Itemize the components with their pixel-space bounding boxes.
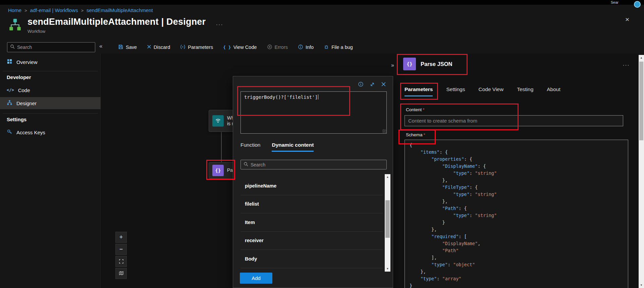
- save-button[interactable]: Save: [118, 44, 137, 51]
- schema-editor[interactable]: { "items": { "properties": { "DisplayNam…: [405, 140, 628, 288]
- sidebar-item-overview[interactable]: Overview: [0, 56, 101, 68]
- panel-tab-settings[interactable]: Settings: [446, 86, 465, 96]
- http-request-icon: [212, 115, 224, 127]
- sidebar-item-designer[interactable]: Designer: [0, 97, 101, 109]
- tab-function[interactable]: Function: [240, 142, 260, 152]
- page-header: sendEmailMultipleAttachment | Designer W…: [8, 17, 223, 34]
- panel-tab-parameters[interactable]: Parameters: [405, 86, 433, 96]
- breadcrumb: Home>adf-email | Workflows>sendEmailMult…: [8, 7, 153, 13]
- add-button[interactable]: Add: [240, 273, 272, 284]
- schema-line: },: [410, 177, 628, 184]
- dynamic-content-item[interactable]: Body: [240, 250, 383, 268]
- dynamic-content-item[interactable]: Item: [240, 213, 383, 232]
- node-connector-line: [221, 132, 222, 162]
- breadcrumb-separator: >: [24, 8, 27, 13]
- dynamic-content-item[interactable]: receiver: [240, 232, 383, 250]
- dialog-scrollbar[interactable]: ▲ ▼: [385, 174, 390, 272]
- minimap-button[interactable]: [115, 268, 127, 279]
- schema-line: "type": "string": [410, 191, 628, 198]
- schema-line: "Path": [410, 247, 628, 254]
- dialog-icon-row: [358, 81, 386, 87]
- discard-icon: [147, 45, 151, 50]
- schema-line: }: [410, 282, 628, 288]
- sidebar-item-code[interactable]: </> Code: [0, 84, 101, 96]
- sidebar-menu: Overview Developer </> Code Designer Set…: [0, 54, 101, 288]
- info-icon: [298, 44, 303, 51]
- scroll-down-arrow[interactable]: ▼: [385, 266, 390, 271]
- schema-line: {: [410, 142, 628, 149]
- page-scrollbar[interactable]: ▲ ▼: [639, 55, 644, 288]
- schema-line: }: [410, 219, 628, 226]
- save-icon: [118, 44, 123, 51]
- sidebar-search-input[interactable]: [17, 45, 92, 50]
- top-search-hint: Sear: [611, 0, 619, 4]
- parse-json-icon: {}: [212, 165, 224, 176]
- panel-tabs: ParametersSettingsCode ViewTestingAbout: [405, 86, 560, 96]
- dialog-tabs: Function Dynamic content: [240, 142, 314, 152]
- breadcrumb-current[interactable]: sendEmailMultipleAttachment: [87, 7, 153, 13]
- tab-dynamic-content[interactable]: Dynamic content: [272, 142, 314, 152]
- dynamic-content-list: pipelineNamefilelistItemreceiverBody: [240, 177, 383, 268]
- dialog-close-icon[interactable]: [381, 82, 386, 87]
- zoom-in-button[interactable]: +: [115, 232, 127, 243]
- discard-button[interactable]: Discard: [147, 45, 170, 50]
- panel-expand-icon[interactable]: »: [391, 62, 394, 68]
- schema-line: },: [410, 226, 628, 233]
- sidebar-divider: [3, 113, 98, 114]
- schema-line: "type": "object": [410, 261, 628, 268]
- panel-tab-testing[interactable]: Testing: [517, 86, 533, 96]
- file-a-bug-button[interactable]: File a bug: [324, 44, 353, 51]
- scroll-down-arrow[interactable]: ▼: [639, 283, 644, 288]
- scrollbar-thumb[interactable]: [385, 200, 390, 238]
- scroll-up-arrow[interactable]: ▲: [639, 55, 644, 60]
- schema-line: },: [410, 268, 628, 275]
- parse-json-icon: {}: [403, 58, 416, 70]
- content-input[interactable]: [405, 115, 623, 126]
- dynamic-content-search-input[interactable]: [251, 162, 384, 167]
- schema-line: "type": "array": [410, 275, 628, 282]
- top-nav-bar: Sear: [0, 0, 644, 5]
- schema-line: "DisplayName": {: [410, 163, 628, 170]
- breadcrumb-workflows[interactable]: adf-email | Workflows: [30, 7, 78, 13]
- page-close-button[interactable]: ×: [625, 15, 629, 23]
- schema-line: "type": "string": [410, 170, 628, 177]
- dynamic-content-item[interactable]: pipelineName: [240, 177, 383, 195]
- breadcrumb-home[interactable]: Home: [8, 7, 21, 13]
- errors-icon: [267, 44, 272, 51]
- expression-input[interactable]: triggerBody()?['filelist']: [240, 91, 387, 134]
- zoom-out-button[interactable]: −: [115, 244, 127, 255]
- designer-icon: [7, 100, 12, 106]
- sidebar-divider: [3, 71, 98, 71]
- sidebar-item-access-keys[interactable]: Access Keys: [0, 127, 101, 138]
- azure-portal-screen: Sear Home>adf-email | Workflows>sendEmai…: [0, 0, 644, 288]
- schema-line: },: [410, 198, 628, 205]
- textarea-resize-grip[interactable]: [382, 129, 386, 133]
- panel-tab-about[interactable]: About: [547, 86, 560, 96]
- workflow-icon: [8, 18, 22, 32]
- scrollbar-thumb[interactable]: [639, 62, 643, 140]
- bug-icon: [324, 44, 329, 51]
- fit-to-screen-button[interactable]: [115, 256, 127, 267]
- title-overflow-button[interactable]: ···: [216, 21, 223, 28]
- user-avatar[interactable]: [634, 1, 641, 8]
- sidebar-search[interactable]: [7, 42, 95, 52]
- dialog-expand-icon[interactable]: [370, 82, 375, 87]
- page-subtitle: Workflow: [28, 29, 206, 34]
- scroll-up-arrow[interactable]: ▲: [385, 174, 390, 179]
- dynamic-content-search[interactable]: [240, 160, 387, 169]
- parameters-button[interactable]: Parameters: [180, 44, 213, 51]
- schema-line: "required": [: [410, 233, 628, 240]
- panel-tab-code-view[interactable]: Code View: [478, 86, 503, 96]
- key-icon: [7, 129, 12, 136]
- info-button[interactable]: Info: [298, 44, 314, 51]
- dialog-info-icon[interactable]: [358, 81, 364, 87]
- panel-header[interactable]: {} Parse JSON: [403, 58, 452, 70]
- schema-line: "properties": {: [410, 156, 628, 163]
- view-code-button[interactable]: { } View Code: [223, 45, 257, 50]
- dynamic-content-item[interactable]: filelist: [240, 195, 383, 214]
- panel-overflow-button[interactable]: ···: [623, 62, 630, 69]
- search-icon: [10, 44, 15, 50]
- schema-line: "Path": {: [410, 205, 628, 212]
- schema-line: "type": "string": [410, 212, 628, 219]
- sidebar-collapse-button[interactable]: «: [99, 43, 102, 50]
